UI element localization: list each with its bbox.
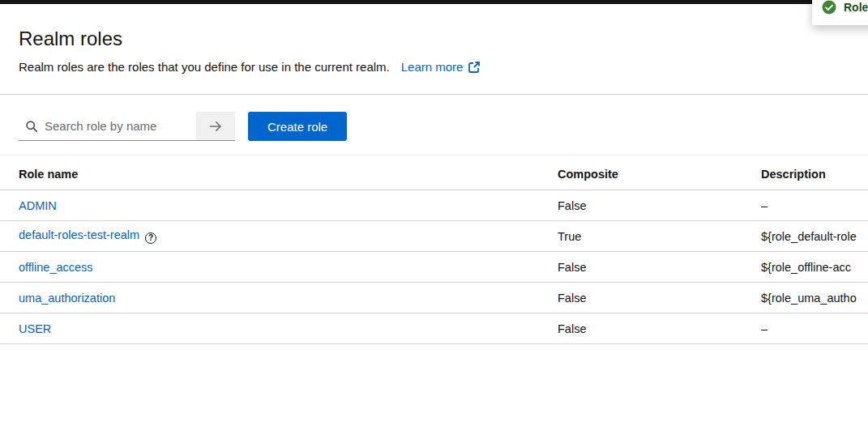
description-cell: – bbox=[761, 190, 868, 221]
composite-cell: False bbox=[558, 190, 761, 221]
question-circle-icon[interactable]: ? bbox=[145, 232, 156, 244]
composite-cell: False bbox=[558, 252, 761, 283]
role-link[interactable]: ADMIN bbox=[19, 199, 57, 212]
toast-title: Role bbox=[844, 1, 868, 14]
header-divider bbox=[0, 94, 868, 95]
table-row: offline_access False ${role_offline-acc bbox=[0, 252, 868, 283]
realm-roles-page: Role Realm roles Realm roles are the rol… bbox=[0, 0, 868, 422]
role-link[interactable]: USER bbox=[19, 322, 51, 335]
table-header-row: Role name Composite Description bbox=[0, 156, 868, 190]
learn-more-label: Learn more bbox=[401, 58, 464, 75]
create-role-button[interactable]: Create role bbox=[248, 112, 347, 141]
arrow-right-icon bbox=[208, 120, 223, 133]
column-header-description: Description bbox=[761, 156, 868, 190]
composite-cell: False bbox=[558, 283, 761, 313]
table-row: uma_authorization False ${role_uma_autho bbox=[0, 283, 868, 313]
composite-cell: False bbox=[558, 313, 761, 344]
roles-table: Role name Composite Description ADMIN Fa… bbox=[0, 155, 868, 344]
column-header-composite: Composite bbox=[558, 156, 761, 190]
page-header: Realm roles Realm roles are the roles th… bbox=[0, 0, 868, 75]
description-cell: ${role_default-role bbox=[761, 221, 868, 252]
role-link[interactable]: default-roles-test-realm bbox=[19, 228, 139, 241]
role-link[interactable]: offline_access bbox=[19, 261, 93, 274]
roles-toolbar: Create role bbox=[19, 112, 868, 141]
description-cell: ${role_uma_autho bbox=[761, 283, 868, 313]
search-input[interactable] bbox=[19, 112, 196, 140]
description-cell: ${role_offline-acc bbox=[761, 252, 868, 283]
external-link-icon bbox=[468, 61, 481, 74]
learn-more-link[interactable]: Learn more bbox=[401, 58, 481, 75]
description-cell: – bbox=[761, 313, 868, 344]
success-toast: Role bbox=[812, 0, 868, 25]
table-row: ADMIN False – bbox=[0, 190, 868, 221]
search-submit-button[interactable] bbox=[196, 112, 235, 140]
role-link[interactable]: uma_authorization bbox=[19, 292, 115, 305]
column-header-role-name: Role name bbox=[0, 156, 558, 190]
masthead-strip bbox=[0, 0, 868, 4]
page-title: Realm roles bbox=[19, 28, 849, 50]
composite-cell: True bbox=[558, 221, 761, 252]
table-row: default-roles-test-realm? True ${role_de… bbox=[0, 221, 868, 252]
check-circle-icon bbox=[822, 0, 836, 15]
page-description: Realm roles are the roles that you defin… bbox=[19, 58, 390, 75]
table-row: USER False – bbox=[0, 313, 868, 344]
search-group bbox=[19, 112, 235, 141]
